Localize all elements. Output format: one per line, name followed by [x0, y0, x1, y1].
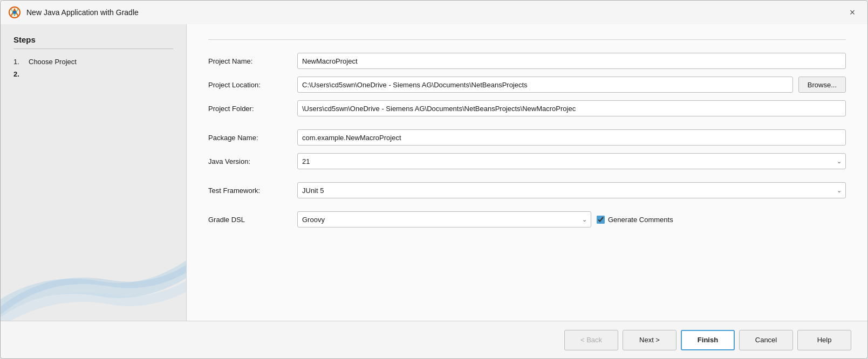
test-framework-row: Test Framework: JUnit 5 ⌄	[208, 182, 846, 198]
help-button[interactable]: Help	[797, 330, 851, 350]
dialog-title: New Java Application with Gradle	[26, 8, 139, 17]
back-button[interactable]: < Back	[564, 330, 618, 350]
sidebar-heading: Steps	[13, 35, 173, 49]
close-button[interactable]: ×	[845, 5, 860, 20]
finish-button[interactable]: Finish	[681, 330, 735, 350]
java-version-select[interactable]: 21	[297, 153, 846, 169]
form-separator	[208, 39, 846, 40]
test-framework-select-wrapper: JUnit 5 ⌄	[297, 182, 846, 198]
step-item-2: 2.	[13, 68, 173, 80]
test-framework-select[interactable]: JUnit 5	[297, 182, 846, 198]
project-location-label: Project Location:	[208, 81, 297, 89]
gradle-dsl-select-wrapper: Groovy Kotlin ⌄	[297, 211, 591, 227]
java-version-label: Java Version:	[208, 157, 297, 165]
generate-comments-checkbox[interactable]	[597, 216, 605, 224]
gradle-dsl-label: Gradle DSL	[208, 216, 297, 224]
project-folder-row: Project Folder:	[208, 100, 846, 116]
steps-list: 1. Choose Project 2.	[13, 56, 173, 80]
package-name-row: Package Name:	[208, 129, 846, 146]
dialog-body: Steps 1. Choose Project 2.	[1, 24, 867, 321]
gradle-dsl-row: Gradle DSL Groovy Kotlin ⌄ Generate Comm…	[208, 211, 846, 227]
main-content: Project Name: Project Location: Browse..…	[187, 24, 867, 321]
gradle-dsl-select[interactable]: Groovy Kotlin	[297, 211, 591, 227]
svg-point-1	[13, 11, 16, 14]
app-logo	[8, 6, 21, 19]
spacer-1	[208, 124, 846, 129]
step-num-1: 1.	[13, 58, 24, 66]
package-name-input[interactable]	[297, 129, 846, 146]
sidebar-watermark	[1, 234, 186, 321]
step-num-2: 2.	[13, 70, 24, 78]
dialog: New Java Application with Gradle × Steps…	[0, 0, 868, 359]
test-framework-label: Test Framework:	[208, 187, 297, 195]
step-item-1: 1. Choose Project	[13, 56, 173, 68]
browse-button[interactable]: Browse...	[798, 77, 846, 93]
title-bar: New Java Application with Gradle ×	[1, 1, 867, 24]
spacer-3	[208, 206, 846, 211]
project-folder-label: Project Folder:	[208, 105, 297, 113]
java-version-select-wrapper: 21 ⌄	[297, 153, 846, 169]
project-name-label: Project Name:	[208, 57, 297, 65]
project-location-input[interactable]	[297, 77, 793, 93]
package-name-label: Package Name:	[208, 134, 297, 142]
java-version-row: Java Version: 21 ⌄	[208, 153, 846, 169]
sidebar: Steps 1. Choose Project 2.	[1, 24, 187, 321]
step-label-1: Choose Project	[29, 58, 77, 66]
project-folder-input[interactable]	[297, 100, 846, 116]
title-bar-left: New Java Application with Gradle	[8, 6, 139, 19]
next-button[interactable]: Next >	[623, 330, 676, 350]
generate-comments-row: Generate Comments	[597, 216, 673, 224]
project-location-row: Project Location: Browse...	[208, 77, 846, 93]
project-name-row: Project Name:	[208, 53, 846, 69]
cancel-button[interactable]: Cancel	[739, 330, 793, 350]
footer: < Back Next > Finish Cancel Help	[1, 321, 867, 358]
watermark-svg	[1, 234, 186, 321]
project-name-input[interactable]	[297, 53, 846, 69]
generate-comments-label: Generate Comments	[608, 216, 673, 224]
spacer-2	[208, 177, 846, 182]
